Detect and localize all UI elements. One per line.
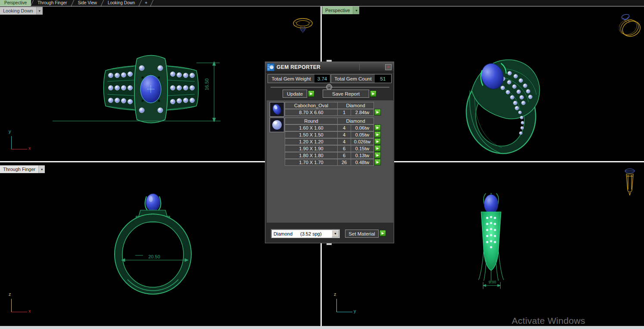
dimension-value: 20.50 bbox=[144, 254, 165, 259]
collapse-handle[interactable]: ▲ bbox=[326, 84, 332, 90]
tab-side-view[interactable]: Side View bbox=[74, 0, 101, 6]
gem-row[interactable]: 1.90 X 1.90 6 0.15tw ▶ bbox=[285, 145, 381, 152]
update-button[interactable]: Update bbox=[283, 90, 307, 98]
viewport-dropdown-through-finger[interactable]: Through Finger ▼ bbox=[0, 165, 45, 173]
gem-count: 4 bbox=[338, 138, 351, 145]
add-tab-button[interactable]: + bbox=[141, 0, 151, 6]
gem-row-select-icon[interactable]: ▶ bbox=[374, 159, 381, 165]
view-tab-bar: Perspective Through Finger Side View Loo… bbox=[0, 0, 644, 6]
gem-row-select-icon[interactable]: ▶ bbox=[374, 124, 381, 131]
gem-size: 1.50 X 1.50 bbox=[285, 131, 338, 138]
axis-z-label: z bbox=[9, 292, 11, 297]
gem-group-header: Cabochon_Oval Diamond bbox=[285, 102, 374, 109]
ring-profile-view bbox=[471, 190, 514, 290]
gem-size: 1.20 X 1.20 bbox=[285, 138, 338, 145]
gem-material-header: Diamond bbox=[338, 118, 374, 124]
viewport-dropdown-looking-down[interactable]: Looking Down ▼ bbox=[0, 7, 43, 15]
gold-ring-top-icon bbox=[292, 16, 314, 34]
cad-application: Perspective Through Finger Side View Loo… bbox=[0, 0, 644, 329]
save-report-run-icon[interactable]: ▶ bbox=[370, 90, 376, 97]
gem-row-select-icon[interactable]: ▶ bbox=[374, 145, 381, 152]
gem-row[interactable]: 1.80 X 1.80 6 0.13tw ▶ bbox=[285, 152, 381, 159]
viewport-dropdown-label: Perspective bbox=[322, 6, 353, 14]
ring-perspective-view bbox=[454, 50, 560, 157]
total-gem-count-value: 51 bbox=[375, 74, 391, 83]
gem-material-header: Diamond bbox=[338, 102, 374, 109]
axis-indicator-bottom-right: z y bbox=[333, 293, 360, 316]
gem-size: 1.90 X 1.90 bbox=[285, 145, 338, 152]
gem-weight: 0.48tw bbox=[351, 159, 374, 166]
gem-thumbnail-round bbox=[270, 118, 284, 132]
tab-through-finger[interactable]: Through Finger bbox=[33, 0, 71, 6]
total-gem-weight-label: Total Gem Weight bbox=[268, 76, 314, 81]
material-spg: (3.52 spg) bbox=[300, 231, 322, 236]
dialog-title: GEM REPORTER bbox=[277, 64, 320, 70]
chevron-down-icon[interactable]: ▼ bbox=[38, 165, 45, 173]
set-material-button[interactable]: Set Material bbox=[345, 230, 379, 238]
bottom-edge-bar bbox=[0, 326, 644, 329]
gem-shape-header: Round bbox=[285, 118, 338, 124]
axis-y-label: y bbox=[354, 308, 356, 313]
gold-ring-profile-icon bbox=[619, 167, 641, 196]
gem-weight: 0.13tw bbox=[351, 152, 374, 159]
gem-table-panel: Cabochon_Oval Diamond 8.70 X 6.60 1 2.84… bbox=[267, 100, 393, 223]
gem-row-select-icon[interactable]: ▶ bbox=[374, 109, 381, 115]
material-name: Diamond bbox=[274, 231, 292, 236]
gem-row[interactable]: 1.20 X 1.20 4 0.026tw ▶ bbox=[285, 138, 381, 145]
gem-row[interactable]: 1.60 X 1.60 4 0.06tw ▶ bbox=[285, 124, 381, 131]
titlebar-divider bbox=[359, 64, 360, 70]
set-material-run-icon[interactable]: ▶ bbox=[380, 230, 386, 236]
gem-weight: 2.84tw bbox=[351, 109, 374, 116]
dimension-lines-top-left bbox=[51, 60, 223, 125]
gem-weight: 0.05tw bbox=[351, 131, 374, 138]
gem-row-select-icon[interactable]: ▶ bbox=[374, 138, 381, 145]
chevron-down-icon[interactable]: ▼ bbox=[332, 230, 339, 237]
axis-x-label: x bbox=[28, 146, 31, 151]
gem-row[interactable]: 1.50 X 1.50 4 0.05tw ▶ bbox=[285, 131, 381, 138]
viewport-dropdown-perspective[interactable]: Perspective ▼ bbox=[322, 6, 359, 14]
gem-count: 26 bbox=[338, 159, 351, 166]
gem-weight: 0.026tw bbox=[351, 138, 374, 145]
dialog-top-notch bbox=[327, 60, 332, 62]
total-gem-count: Total Gem Count 51 bbox=[331, 74, 392, 83]
axis-z-label: z bbox=[334, 292, 336, 297]
tab-looking-down[interactable]: Looking Down bbox=[103, 0, 139, 6]
save-report-button[interactable]: Save Report bbox=[323, 90, 369, 98]
gem-row-select-icon[interactable]: ▶ bbox=[374, 131, 381, 138]
gem-size: 8.70 X 6.60 bbox=[285, 109, 338, 116]
material-dropdown[interactable]: Diamond (3.52 spg) ▼ bbox=[271, 229, 340, 238]
gem-row-select-icon[interactable]: ▶ bbox=[374, 152, 381, 158]
gem-count: 4 bbox=[338, 124, 351, 131]
total-gem-weight-value: 3.74 bbox=[314, 74, 330, 83]
dialog-bottom-notch bbox=[327, 243, 332, 245]
gem-shape-header: Cabochon_Oval bbox=[285, 102, 338, 109]
axis-indicator-top-left: y x bbox=[8, 130, 34, 153]
gem-size: 1.80 X 1.80 bbox=[285, 152, 338, 159]
update-run-icon[interactable]: ▶ bbox=[308, 90, 314, 97]
axis-indicator-bottom-left: z x bbox=[8, 293, 34, 316]
gem-weight: 0.15tw bbox=[351, 145, 374, 152]
dimension-value: 16.50 bbox=[204, 75, 209, 94]
gem-group-header: Round Diamond bbox=[285, 118, 374, 124]
gem-size: 1.60 X 1.60 bbox=[285, 124, 338, 131]
axis-x-label: x bbox=[28, 308, 31, 313]
gem-reporter-titlebar[interactable]: GEM REPORTER × bbox=[265, 62, 394, 72]
viewport-dropdown-label: Through Finger bbox=[0, 165, 38, 173]
tab-perspective[interactable]: Perspective bbox=[0, 0, 31, 6]
gem-reporter-icon bbox=[267, 63, 274, 71]
gem-reporter-dialog: GEM REPORTER × Total Gem Weight 3.74 Tot… bbox=[265, 62, 394, 243]
gem-row[interactable]: 8.70 X 6.60 1 2.84tw ▶ bbox=[285, 109, 381, 116]
gem-count: 4 bbox=[338, 131, 351, 138]
chevron-down-icon[interactable]: ▼ bbox=[36, 7, 43, 15]
gem-count: 6 bbox=[338, 145, 351, 152]
chevron-down-icon[interactable]: ▼ bbox=[353, 6, 359, 14]
close-icon[interactable]: × bbox=[385, 64, 392, 70]
gem-weight: 0.06tw bbox=[351, 124, 374, 131]
total-gem-weight: Total Gem Weight 3.74 bbox=[268, 74, 330, 83]
gem-row[interactable]: 1.70 X 1.70 26 0.48tw ▶ bbox=[285, 159, 381, 166]
activate-windows-watermark: Activate Windows bbox=[512, 316, 585, 326]
gem-count: 6 bbox=[338, 152, 351, 159]
gem-thumbnail-cabochon-oval bbox=[270, 102, 284, 117]
gem-count: 1 bbox=[338, 109, 351, 116]
gem-size: 1.70 X 1.70 bbox=[285, 159, 338, 166]
